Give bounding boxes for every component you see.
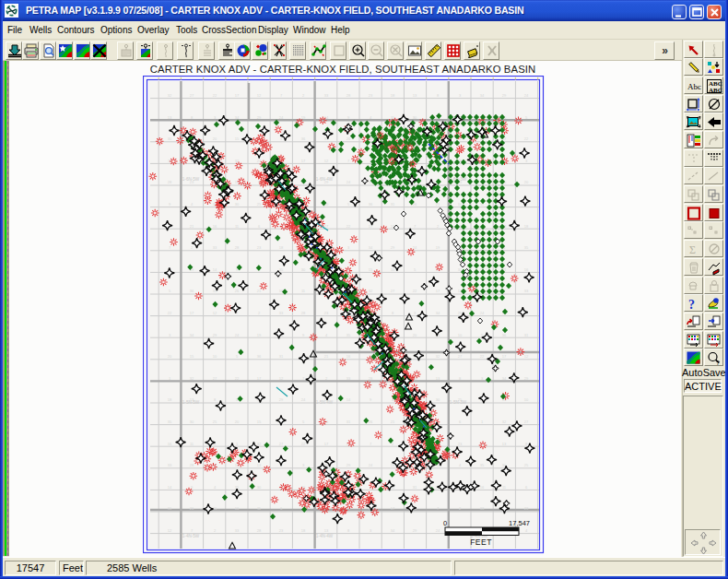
svg-text:17: 17: [190, 311, 194, 315]
svg-text:27: 27: [458, 354, 463, 359]
svg-text:36: 36: [257, 354, 262, 359]
svg-text:22: 22: [346, 224, 351, 229]
svg-text:27: 27: [190, 93, 194, 98]
svg-text:15: 15: [235, 136, 240, 141]
svg-text:28: 28: [301, 311, 306, 315]
svg-text:10: 10: [213, 354, 217, 359]
svg-text:32: 32: [502, 419, 507, 424]
svg-text:29: 29: [257, 115, 262, 120]
svg-text:28: 28: [346, 93, 351, 98]
svg-text:17: 17: [324, 442, 329, 446]
svg-text:22: 22: [480, 354, 485, 359]
svg-text:26: 26: [346, 136, 351, 141]
svg-text:23: 23: [458, 442, 463, 446]
svg-text:33: 33: [279, 311, 284, 315]
svg-text:14: 14: [346, 397, 351, 402]
svg-text:23: 23: [257, 245, 262, 250]
svg-text:16: 16: [213, 224, 217, 229]
svg-text:21: 21: [324, 354, 329, 359]
svg-text:33: 33: [213, 245, 217, 250]
svg-text:15: 15: [369, 267, 373, 272]
svg-text:24: 24: [480, 311, 485, 315]
svg-text:29: 29: [279, 397, 284, 402]
svg-text:24: 24: [235, 333, 240, 337]
svg-text:13: 13: [436, 376, 440, 381]
svg-text:22: 22: [213, 93, 217, 98]
svg-text:13: 13: [257, 463, 262, 467]
svg-text:18: 18: [524, 224, 529, 229]
svg-text:12: 12: [168, 528, 172, 533]
svg-text:17: 17: [257, 376, 262, 381]
svg-text:18: 18: [391, 93, 395, 98]
svg-text:33: 33: [168, 463, 172, 467]
svg-text:34: 34: [436, 311, 440, 315]
svg-text:29: 29: [391, 245, 395, 250]
svg-text:26: 26: [190, 506, 194, 511]
svg-text:31: 31: [346, 419, 351, 424]
svg-text:23: 23: [279, 528, 284, 533]
svg-text:35: 35: [279, 267, 284, 272]
svg-text:16: 16: [346, 354, 351, 359]
svg-text:34: 34: [190, 333, 194, 337]
svg-text:31: 31: [524, 333, 529, 337]
svg-text:10: 10: [458, 333, 463, 337]
svg-text:23: 23: [324, 311, 329, 315]
svg-text:29: 29: [458, 311, 463, 315]
svg-text:13: 13: [502, 442, 507, 446]
svg-text:27: 27: [257, 159, 262, 163]
svg-text:1-5N-3W: 1-5N-3W: [450, 400, 467, 405]
svg-text:10: 10: [391, 267, 395, 272]
svg-text:30: 30: [301, 267, 306, 272]
svg-text:16: 16: [235, 506, 240, 511]
svg-text:1-6N-5W: 1-6N-5W: [182, 177, 200, 182]
svg-text:12: 12: [324, 159, 329, 163]
svg-text:36: 36: [369, 202, 373, 207]
svg-text:30: 30: [257, 485, 262, 490]
svg-text:18: 18: [168, 397, 172, 402]
svg-text:32: 32: [436, 354, 440, 359]
svg-text:12: 12: [524, 354, 529, 359]
svg-text:18: 18: [301, 528, 306, 533]
svg-text:31: 31: [413, 485, 417, 490]
svg-text:29: 29: [524, 376, 529, 381]
svg-text:27: 27: [391, 289, 395, 293]
svg-text:16: 16: [524, 267, 529, 272]
svg-text:13: 13: [413, 93, 417, 98]
svg-text:12: 12: [279, 376, 284, 381]
svg-text:16: 16: [458, 202, 463, 207]
svg-text:16: 16: [168, 442, 172, 446]
svg-text:27: 27: [524, 419, 529, 424]
svg-text:29: 29: [346, 463, 351, 467]
svg-text:14: 14: [213, 267, 217, 272]
svg-text:0: 0: [443, 519, 447, 527]
svg-text:32: 32: [190, 376, 194, 381]
svg-text:22: 22: [301, 442, 306, 446]
svg-text:35: 35: [346, 333, 351, 337]
svg-text:28: 28: [257, 528, 262, 533]
svg-text:17: 17: [235, 93, 240, 98]
svg-text:30: 30: [168, 136, 172, 141]
svg-text:24: 24: [369, 463, 373, 467]
svg-text:33: 33: [480, 506, 485, 511]
svg-text:22: 22: [168, 311, 172, 315]
svg-text:?: ?: [688, 298, 695, 312]
svg-text:32: 32: [369, 289, 373, 293]
svg-text:35: 35: [480, 463, 485, 467]
svg-text:15: 15: [257, 419, 262, 424]
svg-text:27: 27: [213, 376, 217, 381]
svg-text:16: 16: [480, 485, 485, 490]
svg-text:24: 24: [346, 180, 351, 184]
svg-text:ABC: ABC: [709, 86, 722, 93]
svg-text:24: 24: [279, 115, 284, 120]
svg-text:34: 34: [480, 93, 485, 98]
svg-text:25: 25: [257, 202, 262, 207]
svg-text:31: 31: [279, 354, 284, 359]
svg-text:13: 13: [168, 115, 172, 120]
svg-text:1-5N-4W: 1-5N-4W: [316, 400, 334, 405]
svg-text:33: 33: [524, 289, 529, 293]
svg-text:29: 29: [413, 528, 417, 533]
svg-text:17,547: 17,547: [509, 519, 530, 527]
svg-text:23: 23: [524, 506, 529, 511]
svg-text:33: 33: [346, 376, 351, 381]
svg-text:22: 22: [524, 136, 529, 141]
